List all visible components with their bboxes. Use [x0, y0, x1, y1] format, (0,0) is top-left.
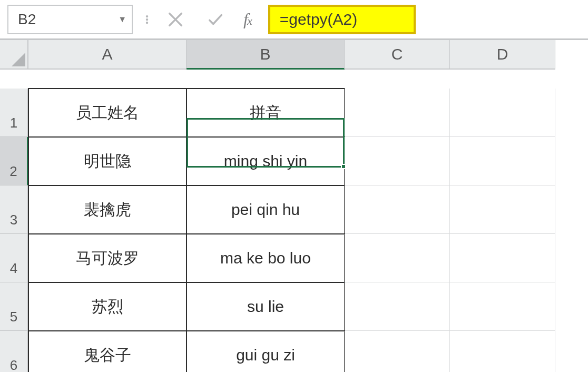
row-header-3[interactable]: 3	[0, 185, 28, 234]
formula-bar: B2 ▼ ●●● fx =getpy(A2)	[0, 0, 588, 40]
cell-C1[interactable]	[345, 89, 450, 137]
cell-B1[interactable]: 拼音	[186, 88, 345, 138]
cell-D2[interactable]	[450, 137, 555, 185]
cell-D1[interactable]	[450, 89, 555, 137]
x-icon	[166, 11, 184, 28]
triangle-icon	[12, 53, 25, 66]
formula-text: =getpy(A2)	[280, 11, 358, 28]
drag-handle-icon[interactable]: ●●●	[144, 15, 150, 24]
row-header-4[interactable]: 4	[0, 234, 28, 282]
cell-D4[interactable]	[450, 234, 555, 282]
confirm-formula-button[interactable]	[201, 6, 230, 33]
cell-B3[interactable]: pei qin hu	[186, 185, 345, 234]
cell-A6[interactable]: 鬼谷子	[28, 330, 187, 372]
row-header-6[interactable]: 6	[0, 331, 28, 372]
cell-C6[interactable]	[345, 331, 450, 372]
cell-B4[interactable]: ma ke bo luo	[186, 233, 345, 283]
column-header-A[interactable]: A	[28, 40, 187, 70]
cell-C2[interactable]	[345, 137, 450, 185]
cell-C4[interactable]	[345, 234, 450, 282]
column-header-B[interactable]: B	[187, 40, 345, 70]
formula-input[interactable]: =getpy(A2)	[268, 5, 416, 34]
check-icon	[207, 11, 224, 28]
name-box[interactable]: B2 ▼	[7, 5, 133, 34]
cell-A4[interactable]: 马可波罗	[28, 233, 187, 283]
cell-A1[interactable]: 员工姓名	[28, 88, 187, 138]
name-box-value: B2	[18, 11, 36, 28]
spreadsheet-grid[interactable]: A B C D .sheet > *:nth-child(-n+5){heigh…	[0, 40, 588, 372]
column-header-D[interactable]: D	[450, 40, 555, 70]
row-header-1[interactable]: 1	[0, 89, 28, 137]
fx-icon[interactable]: fx	[241, 9, 253, 29]
cell-C3[interactable]	[345, 185, 450, 234]
cancel-formula-button[interactable]	[161, 6, 190, 33]
cell-A2[interactable]: 明世隐	[28, 136, 187, 186]
select-all-corner[interactable]	[0, 40, 28, 70]
cell-D3[interactable]	[450, 185, 555, 234]
cell-D6[interactable]	[450, 331, 555, 372]
cell-B2[interactable]: ming shi yin	[186, 136, 345, 186]
cell-B5[interactable]: su lie	[186, 282, 345, 331]
column-header-C[interactable]: C	[345, 40, 450, 70]
row-header-2[interactable]: 2	[0, 137, 28, 185]
cell-A5[interactable]: 苏烈	[28, 282, 187, 331]
cell-C5[interactable]	[345, 282, 450, 331]
row-header-5[interactable]: 5	[0, 282, 28, 331]
cell-A3[interactable]: 裴擒虎	[28, 185, 187, 234]
chevron-down-icon[interactable]: ▼	[118, 15, 126, 24]
cell-D5[interactable]	[450, 282, 555, 331]
cell-B6[interactable]: gui gu zi	[186, 330, 345, 372]
